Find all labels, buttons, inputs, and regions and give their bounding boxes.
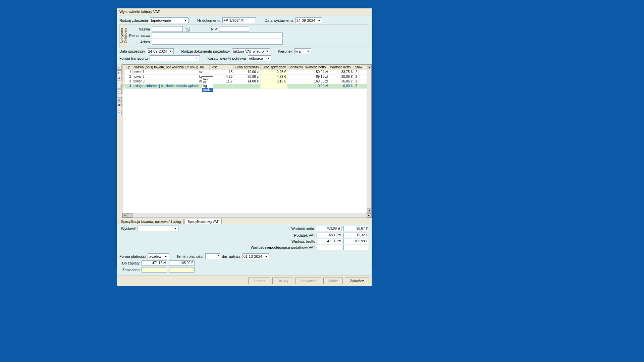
data-sprzedazy-select[interactable]: 24-09-2024 xyxy=(147,48,174,54)
table-row[interactable]: *4usługa - informacj o usłudze została w… xyxy=(122,84,371,89)
uplywa-select[interactable]: 01-10-2024 xyxy=(243,253,269,259)
scroll-thumb[interactable] xyxy=(127,213,132,218)
header-form: Rodzaj zdarzenia tapetowanie Nr dokument… xyxy=(117,15,372,64)
forma-transportu-label: Forma transportu xyxy=(119,56,148,60)
nazwa-input[interactable] xyxy=(152,26,183,32)
nazwa-label: Nazwa xyxy=(129,27,150,31)
nip-label: NIP xyxy=(196,27,217,31)
grid-icon[interactable]: ▦ xyxy=(117,103,122,107)
niepodlega-label: Wartość niepodlegająca podatkowi VAT xyxy=(248,245,315,249)
wartosc-netto-zl: 403,08 zł xyxy=(316,226,341,231)
nip-input[interactable] xyxy=(219,26,249,32)
left-toolbar: € ⎘ ⎙ 📄 ← 🖨 ▦ Σ xyxy=(117,64,122,218)
scroll-up-icon[interactable]: ▴ xyxy=(367,65,371,69)
scroll-right-icon[interactable]: ▸ xyxy=(367,213,371,218)
do-zaplaty-eur: 105,99 € xyxy=(169,260,195,266)
adres-input[interactable] xyxy=(152,39,283,45)
vertical-scrollbar[interactable]: ▴ ▾ xyxy=(367,65,371,213)
invoice-window: Wystawienie faktury VAT Rodzaj zdarzenia… xyxy=(117,8,372,266)
data-sprzedazy-label: Data sprzedaży xyxy=(119,49,145,53)
zatwierdz-button[interactable]: Zatwierdź xyxy=(295,278,321,284)
currency-icon[interactable]: € xyxy=(117,65,122,70)
forma-platnosci-select[interactable]: przelew xyxy=(148,253,169,259)
koszty-label: Koszty wysyłki pokrywa xyxy=(207,56,246,60)
sum-icon[interactable]: Σ xyxy=(117,111,122,115)
kierunek-label: Kierunek xyxy=(278,49,292,53)
rodzaj-dok-label: Rodzaj dokumentu sprzedaży xyxy=(181,49,230,53)
zaplacono-eur[interactable] xyxy=(169,267,195,273)
wartosc-netto-eur: 90,67 € xyxy=(343,226,369,231)
jm-option-szt[interactable]: szt. xyxy=(202,77,213,80)
wartosc-brutto-label: Wartość brutto xyxy=(248,239,315,243)
podatek-vat-eur: 15,32 € xyxy=(343,233,369,238)
pelna-nazwa-label: Pełna nazwa xyxy=(129,34,150,38)
paste-icon[interactable]: ⎙ xyxy=(117,76,122,80)
items-grid[interactable]: Lp. Nazwa (opis) towaru, opakowania lub … xyxy=(122,64,372,218)
spec-tabs: Specyfikacja towarów, opakowań i usług S… xyxy=(117,218,372,224)
kierunek-select[interactable]: kraj xyxy=(294,48,311,54)
jm-dropdown[interactable]: szt. m kg godz. xyxy=(202,76,213,92)
uplywa-label: upływa xyxy=(229,254,240,258)
table-row[interactable]: 2towar 2kg4,2520,98 zł4,72 €89,18 zł20,0… xyxy=(122,75,371,79)
podatek-vat-label: Podatek VAT xyxy=(248,233,315,237)
search-icon[interactable]: 🔍 xyxy=(185,27,190,32)
wartosc-netto-label: Wartość netto xyxy=(291,227,314,231)
tab-spec-items[interactable]: Specyfikacja towarów, opakowań i usług xyxy=(118,219,184,224)
zaplacono-zl[interactable] xyxy=(142,267,167,273)
print-icon[interactable]: 🖨 xyxy=(117,97,122,102)
odloz-button[interactable]: Odłóż xyxy=(323,278,343,284)
adres-label: Adres xyxy=(129,40,150,44)
forma-platnosci-label: Forma płatności xyxy=(119,254,146,258)
termin-platnosci-label: Termin płatności xyxy=(176,254,203,258)
pelna-nazwa-input[interactable] xyxy=(152,33,283,38)
wartosc-brutto-eur: 105,99 € xyxy=(343,239,369,244)
table-row[interactable]: 1towar 1szt.1510,00 zł2,25 €150,04 zł33,… xyxy=(122,70,371,75)
grid-header: Lp. Nazwa (opis) towaru, opakowania lub … xyxy=(122,65,371,70)
wystawil-label: Wystawił xyxy=(119,227,136,231)
data-wystawienia-label: Data wystawienia xyxy=(265,18,293,22)
button-bar: Zobacz Drukuj Zatwierdź Odłóż Zakończ xyxy=(117,275,372,286)
zaplacono-label: Zapłacono xyxy=(119,268,140,272)
forma-transportu-select[interactable] xyxy=(150,55,200,61)
copy-icon[interactable]: ⎘ xyxy=(117,70,122,75)
zobacz-button[interactable]: Zobacz xyxy=(248,278,270,284)
doc-icon[interactable]: 📄 xyxy=(117,84,122,88)
wystawil-select[interactable] xyxy=(138,226,178,231)
rodzaj-zdarzenia-label: Rodzaj zdarzenia xyxy=(119,18,148,22)
back-icon[interactable]: ← xyxy=(117,89,122,94)
rodzaj-zdarzenia-select[interactable]: tapetowanie xyxy=(150,17,189,23)
koszty-select[interactable]: odbiorca xyxy=(248,55,271,61)
scroll-down-icon[interactable]: ▾ xyxy=(367,208,371,213)
do-zaplaty-zl: 471,18 zł xyxy=(142,260,167,266)
rodzaj-dok-select[interactable]: faktura VAT w euro xyxy=(232,48,270,54)
do-zaplaty-label: Do zapłaty xyxy=(119,261,140,265)
zakoncz-button[interactable]: Zakończ xyxy=(345,278,369,284)
tab-spec-vat[interactable]: Specyfikacja wg VAT xyxy=(184,219,221,224)
horizontal-scrollbar[interactable]: ◂ ▸ xyxy=(122,213,371,218)
podatek-vat-zl: 68,10 zł xyxy=(317,233,342,238)
nr-dokumentu-input[interactable] xyxy=(222,17,256,23)
data-wystawienia-select[interactable]: 24-09-2024 xyxy=(296,17,322,23)
niepodlega-eur xyxy=(343,245,369,250)
jm-option-kg[interactable]: kg xyxy=(202,84,213,88)
termin-dni-input[interactable] xyxy=(205,253,220,259)
drukuj-button[interactable]: Drukuj xyxy=(272,278,293,284)
table-row[interactable]: 3towar 3m11,714,00 zł3,15 €163,86 zł36,8… xyxy=(122,79,371,84)
jm-option-godz[interactable]: godz. xyxy=(202,88,213,92)
dni-label: dni xyxy=(222,254,227,258)
niepodlega-zl xyxy=(317,245,342,250)
buyer-tabs[interactable]: Nabywca Odbiorca xyxy=(120,25,127,47)
scroll-left-icon[interactable]: ◂ xyxy=(122,213,127,218)
window-title: Wystawienie faktury VAT xyxy=(117,8,372,15)
nr-dokumentu-label: Nr dokumentu xyxy=(197,18,220,22)
jm-option-m[interactable]: m xyxy=(202,80,213,84)
buyer-panel: Nabywca Odbiorca Nazwa 🔍 NIP Pełna nazwa xyxy=(119,24,369,47)
wartosc-brutto-zl: 471,18 zł xyxy=(317,239,342,244)
